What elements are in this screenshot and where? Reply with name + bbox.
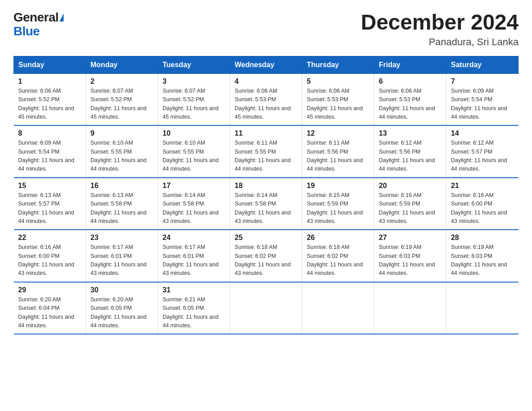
calendar-day-cell: 22Sunrise: 6:16 AMSunset: 6:00 PMDayligh… bbox=[14, 230, 86, 282]
calendar-week-row: 22Sunrise: 6:16 AMSunset: 6:00 PMDayligh… bbox=[14, 230, 519, 282]
calendar-day-cell: 30Sunrise: 6:20 AMSunset: 6:05 PMDayligh… bbox=[86, 282, 158, 334]
calendar-day-cell: 14Sunrise: 6:12 AMSunset: 5:57 PMDayligh… bbox=[446, 125, 519, 178]
logo-triangle-icon bbox=[60, 13, 64, 21]
logo-line-blue: Blue bbox=[13, 25, 40, 39]
calendar-day-cell: 19Sunrise: 6:15 AMSunset: 5:59 PMDayligh… bbox=[302, 178, 374, 230]
calendar-day-cell: 15Sunrise: 6:13 AMSunset: 5:57 PMDayligh… bbox=[14, 178, 86, 230]
calendar-day-cell: 29Sunrise: 6:20 AMSunset: 6:04 PMDayligh… bbox=[14, 282, 86, 334]
day-number: 3 bbox=[163, 77, 225, 86]
day-number: 20 bbox=[379, 182, 442, 190]
day-number: 18 bbox=[235, 182, 297, 190]
day-info: Sunrise: 6:08 AMSunset: 5:53 PMDaylight:… bbox=[307, 87, 369, 122]
day-number: 10 bbox=[163, 129, 225, 137]
day-info: Sunrise: 6:12 AMSunset: 5:56 PMDaylight:… bbox=[379, 139, 442, 174]
day-info: Sunrise: 6:19 AMSunset: 6:03 PMDaylight:… bbox=[379, 243, 442, 278]
day-number: 31 bbox=[163, 286, 225, 294]
calendar-day-cell: 16Sunrise: 6:13 AMSunset: 5:58 PMDayligh… bbox=[86, 178, 158, 230]
day-number: 16 bbox=[90, 182, 153, 190]
empty-day-cell bbox=[230, 282, 302, 334]
day-number: 13 bbox=[379, 129, 442, 137]
day-number: 6 bbox=[379, 77, 442, 86]
calendar-day-cell: 28Sunrise: 6:19 AMSunset: 6:03 PMDayligh… bbox=[446, 230, 519, 282]
day-number: 27 bbox=[379, 234, 442, 242]
day-number: 2 bbox=[90, 77, 153, 86]
sub-title: Panadura, Sri Lanka bbox=[361, 36, 519, 48]
day-info: Sunrise: 6:16 AMSunset: 5:59 PMDaylight:… bbox=[379, 191, 442, 226]
day-info: Sunrise: 6:09 AMSunset: 5:54 PMDaylight:… bbox=[18, 139, 82, 174]
calendar-day-cell: 8Sunrise: 6:09 AMSunset: 5:54 PMDaylight… bbox=[14, 125, 86, 178]
day-number: 17 bbox=[163, 182, 225, 190]
empty-day-cell bbox=[374, 282, 446, 334]
calendar-week-row: 1Sunrise: 6:06 AMSunset: 5:52 PMDaylight… bbox=[14, 73, 519, 125]
day-number: 22 bbox=[18, 234, 82, 242]
col-header-tuesday: Tuesday bbox=[158, 56, 230, 73]
day-info: Sunrise: 6:13 AMSunset: 5:58 PMDaylight:… bbox=[90, 191, 153, 226]
day-info: Sunrise: 6:20 AMSunset: 6:05 PMDaylight:… bbox=[90, 295, 153, 330]
calendar-table: SundayMondayTuesdayWednesdayThursdayFrid… bbox=[13, 56, 519, 335]
day-number: 8 bbox=[18, 129, 82, 137]
calendar-day-cell: 23Sunrise: 6:17 AMSunset: 6:01 PMDayligh… bbox=[86, 230, 158, 282]
calendar-day-cell: 25Sunrise: 6:18 AMSunset: 6:02 PMDayligh… bbox=[230, 230, 302, 282]
calendar-day-cell: 27Sunrise: 6:19 AMSunset: 6:03 PMDayligh… bbox=[374, 230, 446, 282]
calendar-day-cell: 5Sunrise: 6:08 AMSunset: 5:53 PMDaylight… bbox=[302, 73, 374, 125]
day-number: 23 bbox=[90, 234, 153, 242]
day-info: Sunrise: 6:08 AMSunset: 5:53 PMDaylight:… bbox=[379, 87, 442, 122]
day-number: 24 bbox=[163, 234, 225, 242]
calendar-week-row: 29Sunrise: 6:20 AMSunset: 6:04 PMDayligh… bbox=[14, 282, 519, 334]
col-header-friday: Friday bbox=[374, 56, 446, 73]
calendar-day-cell: 13Sunrise: 6:12 AMSunset: 5:56 PMDayligh… bbox=[374, 125, 446, 178]
day-info: Sunrise: 6:17 AMSunset: 6:01 PMDaylight:… bbox=[90, 243, 153, 278]
day-info: Sunrise: 6:09 AMSunset: 5:54 PMDaylight:… bbox=[451, 87, 514, 122]
page: General Blue December 2024 Panadura, Sri… bbox=[0, 0, 532, 345]
main-title: December 2024 bbox=[361, 11, 519, 34]
col-header-thursday: Thursday bbox=[302, 56, 374, 73]
calendar-day-cell: 11Sunrise: 6:11 AMSunset: 5:55 PMDayligh… bbox=[230, 125, 302, 178]
title-area: December 2024 Panadura, Sri Lanka bbox=[361, 11, 519, 48]
calendar-day-cell: 21Sunrise: 6:16 AMSunset: 6:00 PMDayligh… bbox=[446, 178, 519, 230]
calendar-day-cell: 4Sunrise: 6:08 AMSunset: 5:53 PMDaylight… bbox=[230, 73, 302, 125]
col-header-saturday: Saturday bbox=[446, 56, 519, 73]
day-number: 12 bbox=[307, 129, 369, 137]
day-info: Sunrise: 6:11 AMSunset: 5:56 PMDaylight:… bbox=[307, 139, 369, 174]
day-info: Sunrise: 6:11 AMSunset: 5:55 PMDaylight:… bbox=[235, 139, 297, 174]
day-info: Sunrise: 6:07 AMSunset: 5:52 PMDaylight:… bbox=[163, 87, 225, 122]
empty-day-cell bbox=[446, 282, 519, 334]
calendar-day-cell: 26Sunrise: 6:18 AMSunset: 6:02 PMDayligh… bbox=[302, 230, 374, 282]
day-number: 29 bbox=[18, 286, 82, 294]
day-number: 28 bbox=[451, 234, 514, 242]
calendar-day-cell: 20Sunrise: 6:16 AMSunset: 5:59 PMDayligh… bbox=[374, 178, 446, 230]
calendar-week-row: 8Sunrise: 6:09 AMSunset: 5:54 PMDaylight… bbox=[14, 125, 519, 178]
logo-line-general: General bbox=[13, 11, 64, 25]
day-info: Sunrise: 6:06 AMSunset: 5:52 PMDaylight:… bbox=[18, 87, 82, 122]
day-info: Sunrise: 6:14 AMSunset: 5:58 PMDaylight:… bbox=[235, 191, 297, 226]
day-info: Sunrise: 6:13 AMSunset: 5:57 PMDaylight:… bbox=[18, 191, 82, 226]
day-info: Sunrise: 6:17 AMSunset: 6:01 PMDaylight:… bbox=[163, 243, 225, 278]
calendar-week-row: 15Sunrise: 6:13 AMSunset: 5:57 PMDayligh… bbox=[14, 178, 519, 230]
calendar-day-cell: 1Sunrise: 6:06 AMSunset: 5:52 PMDaylight… bbox=[14, 73, 86, 125]
calendar-day-cell: 18Sunrise: 6:14 AMSunset: 5:58 PMDayligh… bbox=[230, 178, 302, 230]
day-info: Sunrise: 6:16 AMSunset: 6:00 PMDaylight:… bbox=[18, 243, 82, 278]
day-number: 7 bbox=[451, 77, 514, 86]
day-info: Sunrise: 6:10 AMSunset: 5:55 PMDaylight:… bbox=[90, 139, 153, 174]
day-info: Sunrise: 6:16 AMSunset: 6:00 PMDaylight:… bbox=[451, 191, 514, 226]
col-header-sunday: Sunday bbox=[14, 56, 86, 73]
empty-day-cell bbox=[302, 282, 374, 334]
day-number: 15 bbox=[18, 182, 82, 190]
calendar-day-cell: 10Sunrise: 6:10 AMSunset: 5:55 PMDayligh… bbox=[158, 125, 230, 178]
day-number: 11 bbox=[235, 129, 297, 137]
day-number: 5 bbox=[307, 77, 369, 86]
logo-general-text: General bbox=[13, 11, 59, 25]
calendar-day-cell: 6Sunrise: 6:08 AMSunset: 5:53 PMDaylight… bbox=[374, 73, 446, 125]
day-info: Sunrise: 6:18 AMSunset: 6:02 PMDaylight:… bbox=[235, 243, 297, 278]
col-header-wednesday: Wednesday bbox=[230, 56, 302, 73]
logo: General Blue bbox=[13, 11, 64, 39]
day-number: 25 bbox=[235, 234, 297, 242]
day-info: Sunrise: 6:10 AMSunset: 5:55 PMDaylight:… bbox=[163, 139, 225, 174]
day-number: 30 bbox=[90, 286, 153, 294]
col-header-monday: Monday bbox=[86, 56, 158, 73]
day-info: Sunrise: 6:12 AMSunset: 5:57 PMDaylight:… bbox=[451, 139, 514, 174]
day-number: 26 bbox=[307, 234, 369, 242]
day-info: Sunrise: 6:19 AMSunset: 6:03 PMDaylight:… bbox=[451, 243, 514, 278]
day-info: Sunrise: 6:20 AMSunset: 6:04 PMDaylight:… bbox=[18, 295, 82, 330]
day-info: Sunrise: 6:18 AMSunset: 6:02 PMDaylight:… bbox=[307, 243, 369, 278]
